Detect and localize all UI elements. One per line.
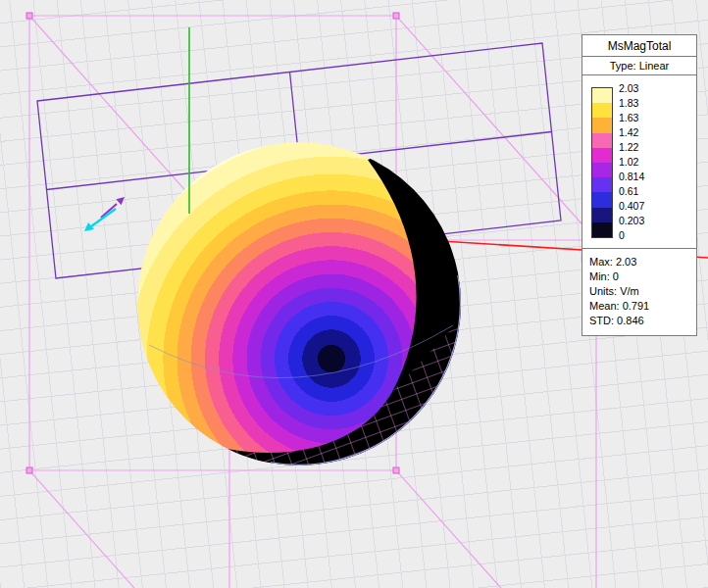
legend-type: Type: Linear [582,57,696,75]
colorbar [591,87,613,238]
legend-stats: Max: 2.03 Min: 0 Units: V/m Mean: 0.791 … [582,249,696,335]
tick-label: 1.42 [619,127,644,137]
tick-label: 0 [619,230,644,240]
stat-units: Units: V/m [589,284,689,299]
tick-label: 0.407 [619,201,644,211]
stat-std: STD: 0.846 [589,314,689,328]
source-arrow [84,197,125,231]
legend-title: MsMagTotal [582,35,696,57]
tick-label: 0.814 [619,172,644,181]
stat-min: Min: 0 [589,270,689,284]
field-legend: MsMagTotal Type: Linear 2.03 1.83 1.63 1… [582,34,697,336]
colorbar-tick-labels: 2.03 1.83 1.63 1.42 1.22 1.02 0.814 0.61… [619,83,644,240]
tick-label: 1.02 [619,157,644,167]
tick-label: 2.03 [619,83,644,93]
tick-label: 1.63 [619,113,644,122]
field-sphere [137,98,530,529]
tick-label: 0.203 [619,216,644,225]
tick-label: 0.61 [619,186,644,196]
tick-label: 1.22 [619,142,644,152]
3d-viewport[interactable]: MsMagTotal Type: Linear 2.03 1.83 1.63 1… [0,0,708,588]
legend-colorbar-section: 2.03 1.83 1.63 1.42 1.22 1.02 0.814 0.61… [582,75,696,249]
tick-label: 1.83 [619,98,644,108]
stat-mean: Mean: 0.791 [589,299,689,314]
stat-max: Max: 2.03 [589,255,689,270]
